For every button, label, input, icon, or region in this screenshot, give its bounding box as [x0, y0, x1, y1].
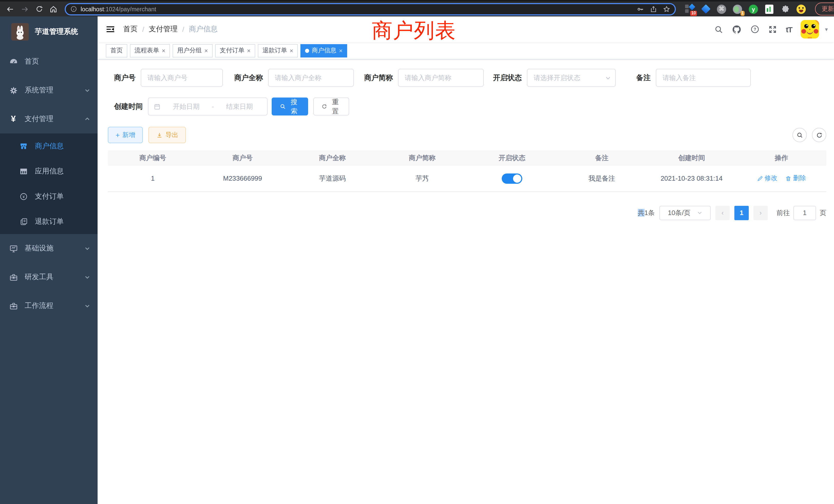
sidebar-item-home[interactable]: 首页	[0, 47, 97, 76]
refresh-table-button[interactable]	[812, 128, 826, 142]
extension-command-icon[interactable]: ⌘	[717, 4, 726, 14]
close-icon[interactable]: ×	[339, 47, 343, 54]
breadcrumb-home[interactable]: 首页	[123, 25, 138, 34]
sidebar-item-app-info[interactable]: 应用信息	[0, 159, 97, 184]
tab-label: 支付订单	[220, 46, 244, 55]
extension-notes-icon[interactable]	[765, 4, 774, 14]
header-search-icon[interactable]	[715, 25, 723, 33]
github-icon[interactable]	[732, 24, 742, 34]
browser-forward-icon[interactable]	[19, 3, 31, 15]
cell-merchant-no: M233666999	[198, 166, 288, 191]
extension-lens-icon[interactable]: 1	[733, 4, 742, 14]
tab-user-group[interactable]: 用户分组 ×	[173, 44, 213, 57]
next-page-button[interactable]: ›	[753, 206, 768, 220]
page-number-1[interactable]: 1	[734, 206, 749, 220]
delete-link[interactable]: 删除	[786, 174, 806, 183]
sidebar-submenu-payment: 商户信息 应用信息 ¥ 支付订单	[0, 134, 97, 234]
browser-toolbar: localhost:1024/pay/merchant 10 ⌘	[0, 0, 834, 17]
pagination: 共1条 10条/页 ‹ 1 › 前往 页	[108, 206, 826, 230]
show-search-toggle-button[interactable]	[792, 128, 807, 142]
extension-gem-icon[interactable]	[701, 4, 710, 14]
tab-pay-order[interactable]: 支付订单 ×	[215, 44, 255, 57]
calendar-icon	[154, 103, 161, 110]
extension-y-icon[interactable]: y	[749, 4, 758, 14]
browser-update-button[interactable]: 更新	[815, 3, 834, 16]
close-icon[interactable]: ×	[247, 47, 250, 54]
briefcase-icon	[9, 301, 18, 310]
sidebar-item-merchant-info[interactable]: 商户信息	[0, 134, 97, 159]
end-date-placeholder: 结束日期	[217, 102, 262, 111]
sidebar-item-label: 基础设施	[25, 244, 78, 253]
caret-down-icon[interactable]: ▾	[825, 26, 828, 32]
page-size-select[interactable]: 10条/页	[659, 206, 711, 220]
sidebar-item-refund-order[interactable]: 退款订单	[0, 209, 97, 234]
sidebar-item-dev-tools[interactable]: 研发工具	[0, 263, 97, 292]
dashboard-icon	[9, 57, 18, 66]
breadcrumb-payment[interactable]: 支付管理	[149, 25, 178, 34]
status-toggle[interactable]	[502, 174, 522, 184]
cell-remark: 我是备注	[557, 166, 647, 191]
tab-refund-order[interactable]: 退款订单 ×	[258, 44, 298, 57]
edit-link[interactable]: 修改	[757, 174, 777, 183]
sidebar-item-pay-order[interactable]: ¥ 支付订单	[0, 184, 97, 209]
bookmark-star-icon[interactable]	[663, 5, 670, 13]
download-icon	[156, 132, 163, 138]
short-name-input[interactable]	[398, 69, 484, 87]
share-icon[interactable]	[650, 5, 657, 13]
merchant-no-input[interactable]	[141, 69, 223, 87]
browser-reload-icon[interactable]	[33, 3, 45, 15]
reset-button[interactable]: 重置	[313, 97, 349, 115]
close-icon[interactable]: ×	[204, 47, 208, 54]
tab-home[interactable]: 首页	[106, 44, 127, 57]
address-bar[interactable]: localhost:1024/pay/merchant	[65, 3, 676, 15]
browser-home-icon[interactable]	[47, 3, 60, 15]
document-icon	[19, 217, 28, 225]
sidebar-item-label: 应用信息	[35, 166, 90, 176]
col-actions: 操作	[737, 151, 826, 166]
table-row: 1 M233666999 芋道源码 芋艿 我是备注 2021-10-23 08:…	[108, 166, 826, 191]
prev-page-button[interactable]: ‹	[716, 206, 730, 220]
status-select[interactable]: 请选择开启状态	[527, 69, 616, 87]
profile-avatar-icon[interactable]	[796, 4, 806, 14]
sidebar-item-infra[interactable]: 基础设施	[0, 234, 97, 263]
sidebar-logo[interactable]: 芋道管理系统	[0, 17, 97, 47]
sidebar-fold-icon[interactable]	[106, 25, 115, 34]
close-icon[interactable]: ×	[290, 47, 293, 54]
breadcrumb: 首页 / 支付管理 / 商户信息	[123, 25, 218, 34]
toolbox-icon	[9, 273, 18, 281]
full-name-input[interactable]	[268, 69, 354, 87]
goto-page-input[interactable]	[793, 206, 816, 220]
chevron-down-icon	[84, 245, 90, 251]
tab-merchant-info[interactable]: 商户信息 ×	[301, 44, 347, 57]
cell-merchant-id: 1	[108, 166, 198, 191]
add-button[interactable]: + 新增	[108, 127, 143, 143]
cell-actions: 修改 删除	[737, 166, 826, 191]
sidebar-item-workflow[interactable]: 工作流程	[0, 292, 97, 320]
search-button[interactable]: 搜索	[272, 97, 308, 115]
grid-icon	[19, 167, 28, 175]
create-time-range-picker[interactable]: 开始日期 - 结束日期	[148, 97, 267, 115]
sidebar-item-payment[interactable]: ¥ 支付管理	[0, 105, 97, 134]
goto-label: 前往	[776, 208, 790, 217]
export-button[interactable]: 导出	[148, 127, 186, 143]
extensions-puzzle-icon[interactable]	[781, 4, 790, 14]
refresh-icon	[322, 103, 327, 110]
browser-back-icon[interactable]	[4, 3, 17, 15]
sidebar-item-system[interactable]: 系统管理	[0, 76, 97, 105]
fullscreen-icon[interactable]	[769, 25, 777, 33]
close-icon[interactable]: ×	[162, 47, 166, 54]
page-size-value: 10条/页	[668, 208, 690, 217]
user-avatar[interactable]	[801, 20, 819, 39]
tags-view-bar: 首页 流程表单 × 用户分组 × 支付订单 ×	[97, 42, 834, 60]
top-navbar: 首页 / 支付管理 / 商户信息 ?	[97, 17, 834, 42]
extension-grid-icon[interactable]: 10	[685, 4, 694, 14]
merchant-no-label: 商户号	[114, 73, 136, 83]
page-info-icon[interactable]	[70, 6, 77, 12]
tab-process-form[interactable]: 流程表单 ×	[130, 44, 170, 57]
remark-input[interactable]	[656, 69, 751, 87]
sidebar-item-label: 研发工具	[25, 273, 78, 282]
password-key-icon[interactable]	[637, 5, 644, 13]
plus-icon: +	[115, 131, 120, 139]
font-size-icon[interactable]: tT	[786, 25, 792, 33]
help-icon[interactable]: ?	[750, 25, 760, 34]
